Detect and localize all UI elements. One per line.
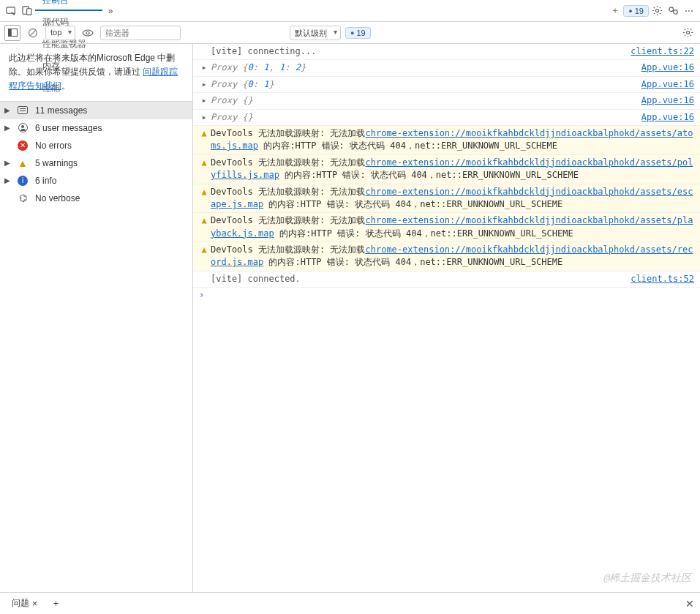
settings-icon[interactable] [649,3,665,19]
warning-icon: ▲ [199,244,209,256]
tab-4[interactable]: 控制台 [35,0,102,11]
level-selector[interactable]: 默认级别 [290,26,341,40]
msg-label: 11 messages [35,105,87,116]
menu-icon[interactable]: ⋯ [681,3,697,19]
deprecation-text-after: 。 [61,81,70,91]
source-link[interactable]: App.vue:16 [641,78,694,91]
console-line: ▸Proxy {0: 1}App.vue:16 [193,77,700,93]
console-line: ▸Proxy {}App.vue:16 [193,110,700,126]
drawer-tab-label: 问题 [12,597,29,610]
log-text: Proxy {} [211,94,636,107]
user-icon [16,121,29,135]
device-icon[interactable] [19,3,35,19]
log-text: [vite] connecting... [211,45,625,58]
sidebar-msg-user[interactable]: ▶6 user messages [0,119,192,137]
clear-console-icon[interactable] [25,25,41,41]
source-link[interactable]: client.ts:22 [631,45,694,58]
console-line: ▲DevTools 无法加载源映射: 无法加载chrome-extension:… [193,184,700,214]
expand-icon: ▶ [4,124,10,132]
inspect-icon[interactable] [3,3,19,19]
warn-icon: ▲ [16,157,29,170]
msg-label: No verbose [35,193,80,203]
svg-rect-8 [9,29,11,36]
source-map-url[interactable]: chrome-extension://mooikfkahbdckldjjndio… [211,215,693,238]
log-text: DevTools 无法加载源映射: 无法加载chrome-extension:/… [211,186,694,211]
log-text: DevTools 无法加载源映射: 无法加载chrome-extension:/… [211,214,694,240]
sidebar-msg-warn[interactable]: ▶▲5 warnings [0,154,192,172]
console-line: ▲DevTools 无法加载源映射: 无法加载chrome-extension:… [193,242,700,272]
toolbar-issues-badge[interactable]: 19 [345,27,371,39]
svg-point-12 [686,31,689,34]
warning-icon: ▲ [199,127,209,140]
warning-icon: ▲ [199,214,209,227]
msg-label: No errors [35,141,72,151]
msg-label: 5 warnings [35,158,78,168]
msg-label: 6 user messages [35,123,102,133]
devtools-tabs: 欢迎开发人员资源CSS 概述元素控制台源代码性能监视器内存性能应用程序 » ＋ … [0,0,700,22]
expand-icon[interactable]: ▸ [199,111,209,124]
expand-icon[interactable]: ▸ [199,94,209,107]
console-line: ▲DevTools 无法加载源映射: 无法加载chrome-extension:… [193,126,700,155]
context-selector[interactable]: top [45,26,75,40]
source-map-url[interactable]: chrome-extension://mooikfkahbdckldjjndio… [211,128,693,151]
console-settings-icon[interactable] [680,25,696,41]
console-line: [vite] connecting...client.ts:22 [193,44,700,60]
log-text: DevTools 无法加载源映射: 无法加载chrome-extension:/… [211,244,694,269]
console-toolbar: top 默认级别 19 [0,22,700,44]
drawer-footer: 问题 × + ✕ [0,592,700,614]
console-line: ▲DevTools 无法加载源映射: 无法加载chrome-extension:… [193,155,700,184]
sidebar: 此边栏将在将来版本的Microsoft Edge 中删除。如果你希望提供反馈，请… [0,44,193,592]
source-link[interactable]: App.vue:16 [641,61,694,74]
drawer-tab-issues[interactable]: 问题 × [6,594,43,613]
expand-icon[interactable]: ▸ [199,78,209,91]
expand-icon: ▶ [4,176,10,184]
watermark: @稀土掘金技术社区 [603,572,691,585]
main-area: 此边栏将在将来版本的Microsoft Edge 中删除。如果你希望提供反馈，请… [0,44,700,592]
console-line: ▸Proxy {0: 1, 1: 2}App.vue:16 [193,60,700,76]
source-link[interactable]: App.vue:16 [641,111,694,124]
source-link[interactable]: client.ts:52 [631,273,694,285]
close-tab-icon[interactable]: × [32,599,37,609]
close-drawer-icon[interactable]: ✕ [685,598,694,610]
svg-rect-2 [26,9,31,15]
svg-line-10 [30,30,36,36]
svg-point-4 [669,7,673,12]
err-icon: ✕ [16,139,29,152]
source-map-url[interactable]: chrome-extension://mooikfkahbdckldjjndio… [211,187,693,209]
issues-badge[interactable]: 19 [623,5,649,17]
expand-icon[interactable]: ▸ [199,61,209,74]
svg-rect-0 [6,7,14,13]
add-tab-icon[interactable]: ＋ [607,3,623,19]
log-text: Proxy {} [211,111,636,124]
sidebar-msg-bug[interactable]: ⌬No verbose [0,190,192,207]
source-link[interactable]: App.vue:16 [641,94,694,107]
log-text: DevTools 无法加载源映射: 无法加载chrome-extension:/… [211,127,694,153]
source-map-url[interactable]: chrome-extension://mooikfkahbdckldjjndio… [211,244,693,267]
list-icon [16,104,29,117]
toggle-sidebar-icon[interactable] [4,25,20,41]
more-tabs-icon[interactable]: » [102,3,118,19]
svg-point-3 [655,9,658,12]
console-line: ▲DevTools 无法加载源映射: 无法加载chrome-extension:… [193,213,700,242]
console-line: [vite] connected.client.ts:52 [193,272,700,288]
live-expression-icon[interactable] [80,25,96,41]
svg-point-11 [86,31,89,34]
svg-point-5 [673,10,677,15]
log-text: [vite] connected. [211,273,625,285]
log-text: Proxy {0: 1, 1: 2} [211,61,636,74]
console-prompt[interactable]: › [193,288,700,302]
filter-input[interactable] [100,26,181,40]
log-text: DevTools 无法加载源映射: 无法加载chrome-extension:/… [211,157,694,182]
sidebar-msg-info[interactable]: ▶i6 info [0,172,192,190]
log-text: Proxy {0: 1} [211,78,636,91]
console-output: [vite] connecting...client.ts:22▸Proxy {… [193,44,700,592]
add-drawer-tab-icon[interactable]: + [48,596,64,612]
source-map-url[interactable]: chrome-extension://mooikfkahbdckldjjndio… [211,157,693,180]
info-icon: i [16,174,29,187]
expand-icon: ▶ [4,106,10,114]
bug-icon: ⌬ [16,192,29,205]
feedback-icon[interactable] [665,3,681,19]
sidebar-msg-err[interactable]: ✕No errors [0,137,192,154]
sidebar-msg-list[interactable]: ▶11 messages [0,102,192,119]
warning-icon: ▲ [199,186,209,198]
